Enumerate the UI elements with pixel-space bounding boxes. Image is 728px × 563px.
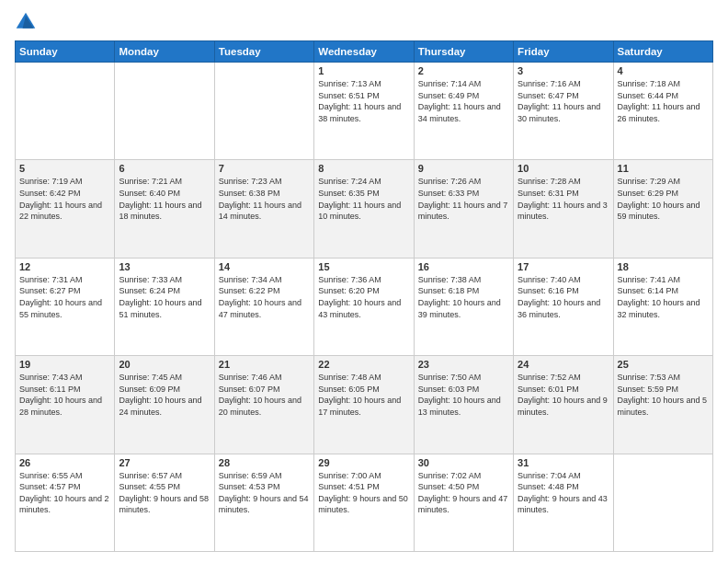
day-number: 18 <box>618 261 709 272</box>
calendar-cell <box>16 63 115 160</box>
day-number: 5 <box>19 163 110 174</box>
calendar-cell: 6Sunrise: 7:21 AM Sunset: 6:40 PM Daylig… <box>115 160 214 258</box>
weekday-header-sunday: Sunday <box>16 41 115 63</box>
day-info: Sunrise: 7:53 AM Sunset: 5:59 PM Dayligh… <box>618 372 709 418</box>
day-info: Sunrise: 6:55 AM Sunset: 4:57 PM Dayligh… <box>19 470 110 516</box>
logo-icon <box>15 11 37 33</box>
weekday-header-saturday: Saturday <box>613 41 712 63</box>
weekday-header-row: SundayMondayTuesdayWednesdayThursdayFrid… <box>16 41 713 63</box>
day-number: 21 <box>219 359 310 370</box>
day-info: Sunrise: 7:38 AM Sunset: 6:18 PM Dayligh… <box>418 274 509 320</box>
day-info: Sunrise: 7:14 AM Sunset: 6:49 PM Dayligh… <box>418 78 509 124</box>
calendar-cell: 1Sunrise: 7:13 AM Sunset: 6:51 PM Daylig… <box>314 63 414 160</box>
day-number: 7 <box>219 163 310 174</box>
calendar-cell: 5Sunrise: 7:19 AM Sunset: 6:42 PM Daylig… <box>16 160 115 258</box>
day-info: Sunrise: 7:21 AM Sunset: 6:40 PM Dayligh… <box>119 176 210 222</box>
day-number: 24 <box>518 359 609 370</box>
calendar-cell: 26Sunrise: 6:55 AM Sunset: 4:57 PM Dayli… <box>16 454 115 551</box>
calendar-cell: 18Sunrise: 7:41 AM Sunset: 6:14 PM Dayli… <box>613 258 712 355</box>
calendar-cell: 23Sunrise: 7:50 AM Sunset: 6:03 PM Dayli… <box>414 356 513 454</box>
day-info: Sunrise: 7:45 AM Sunset: 6:09 PM Dayligh… <box>119 372 210 418</box>
weekday-header-wednesday: Wednesday <box>314 41 414 63</box>
calendar-cell: 7Sunrise: 7:23 AM Sunset: 6:38 PM Daylig… <box>214 160 313 258</box>
calendar-cell: 19Sunrise: 7:43 AM Sunset: 6:11 PM Dayli… <box>16 356 115 454</box>
day-info: Sunrise: 7:31 AM Sunset: 6:27 PM Dayligh… <box>19 274 110 320</box>
calendar-cell: 9Sunrise: 7:26 AM Sunset: 6:33 PM Daylig… <box>414 160 513 258</box>
day-number: 26 <box>19 457 110 468</box>
day-number: 28 <box>219 457 310 468</box>
header <box>15 11 713 33</box>
calendar-cell: 8Sunrise: 7:24 AM Sunset: 6:35 PM Daylig… <box>314 160 414 258</box>
day-info: Sunrise: 6:59 AM Sunset: 4:53 PM Dayligh… <box>219 470 310 516</box>
calendar-cell: 4Sunrise: 7:18 AM Sunset: 6:44 PM Daylig… <box>613 63 712 160</box>
calendar-cell: 11Sunrise: 7:29 AM Sunset: 6:29 PM Dayli… <box>613 160 712 258</box>
day-info: Sunrise: 7:18 AM Sunset: 6:44 PM Dayligh… <box>618 78 709 124</box>
day-number: 12 <box>19 261 110 272</box>
calendar-cell: 14Sunrise: 7:34 AM Sunset: 6:22 PM Dayli… <box>214 258 313 355</box>
day-info: Sunrise: 7:29 AM Sunset: 6:29 PM Dayligh… <box>618 176 709 222</box>
calendar-cell <box>613 454 712 551</box>
weekday-header-friday: Friday <box>514 41 613 63</box>
calendar-cell: 28Sunrise: 6:59 AM Sunset: 4:53 PM Dayli… <box>214 454 313 551</box>
day-number: 29 <box>318 457 409 468</box>
day-number: 8 <box>318 163 409 174</box>
day-info: Sunrise: 7:23 AM Sunset: 6:38 PM Dayligh… <box>219 176 310 222</box>
day-info: Sunrise: 7:50 AM Sunset: 6:03 PM Dayligh… <box>418 372 509 418</box>
day-number: 9 <box>418 163 509 174</box>
day-info: Sunrise: 7:04 AM Sunset: 4:48 PM Dayligh… <box>518 470 609 516</box>
calendar-cell <box>115 63 214 160</box>
day-info: Sunrise: 7:48 AM Sunset: 6:05 PM Dayligh… <box>318 372 409 418</box>
day-info: Sunrise: 7:24 AM Sunset: 6:35 PM Dayligh… <box>318 176 409 222</box>
calendar-cell: 12Sunrise: 7:31 AM Sunset: 6:27 PM Dayli… <box>16 258 115 355</box>
day-number: 23 <box>418 359 509 370</box>
day-info: Sunrise: 7:40 AM Sunset: 6:16 PM Dayligh… <box>518 274 609 320</box>
day-number: 14 <box>219 261 310 272</box>
weekday-header-tuesday: Tuesday <box>214 41 313 63</box>
calendar-cell: 13Sunrise: 7:33 AM Sunset: 6:24 PM Dayli… <box>115 258 214 355</box>
day-number: 4 <box>618 65 709 76</box>
day-info: Sunrise: 6:57 AM Sunset: 4:55 PM Dayligh… <box>119 470 210 516</box>
day-number: 3 <box>518 65 609 76</box>
day-info: Sunrise: 7:43 AM Sunset: 6:11 PM Dayligh… <box>19 372 110 418</box>
calendar-cell: 29Sunrise: 7:00 AM Sunset: 4:51 PM Dayli… <box>314 454 414 551</box>
page: SundayMondayTuesdayWednesdayThursdayFrid… <box>0 0 728 563</box>
day-info: Sunrise: 7:46 AM Sunset: 6:07 PM Dayligh… <box>219 372 310 418</box>
calendar-cell: 10Sunrise: 7:28 AM Sunset: 6:31 PM Dayli… <box>514 160 613 258</box>
calendar-week-row: 19Sunrise: 7:43 AM Sunset: 6:11 PM Dayli… <box>16 356 713 454</box>
calendar-cell: 2Sunrise: 7:14 AM Sunset: 6:49 PM Daylig… <box>414 63 513 160</box>
day-info: Sunrise: 7:16 AM Sunset: 6:47 PM Dayligh… <box>518 78 609 124</box>
day-number: 30 <box>418 457 509 468</box>
day-number: 17 <box>518 261 609 272</box>
calendar-cell: 30Sunrise: 7:02 AM Sunset: 4:50 PM Dayli… <box>414 454 513 551</box>
weekday-header-monday: Monday <box>115 41 214 63</box>
calendar-table: SundayMondayTuesdayWednesdayThursdayFrid… <box>15 40 713 552</box>
day-info: Sunrise: 7:36 AM Sunset: 6:20 PM Dayligh… <box>318 274 409 320</box>
calendar-week-row: 12Sunrise: 7:31 AM Sunset: 6:27 PM Dayli… <box>16 258 713 355</box>
day-number: 19 <box>19 359 110 370</box>
calendar-cell: 27Sunrise: 6:57 AM Sunset: 4:55 PM Dayli… <box>115 454 214 551</box>
calendar-cell: 17Sunrise: 7:40 AM Sunset: 6:16 PM Dayli… <box>514 258 613 355</box>
calendar-cell: 31Sunrise: 7:04 AM Sunset: 4:48 PM Dayli… <box>514 454 613 551</box>
day-number: 16 <box>418 261 509 272</box>
day-number: 20 <box>119 359 210 370</box>
day-info: Sunrise: 7:02 AM Sunset: 4:50 PM Dayligh… <box>418 470 509 516</box>
day-number: 25 <box>618 359 709 370</box>
day-info: Sunrise: 7:34 AM Sunset: 6:22 PM Dayligh… <box>219 274 310 320</box>
calendar-week-row: 26Sunrise: 6:55 AM Sunset: 4:57 PM Dayli… <box>16 454 713 551</box>
day-number: 1 <box>318 65 409 76</box>
calendar-cell: 20Sunrise: 7:45 AM Sunset: 6:09 PM Dayli… <box>115 356 214 454</box>
calendar-cell: 22Sunrise: 7:48 AM Sunset: 6:05 PM Dayli… <box>314 356 414 454</box>
day-number: 15 <box>318 261 409 272</box>
day-info: Sunrise: 7:00 AM Sunset: 4:51 PM Dayligh… <box>318 470 409 516</box>
logo <box>15 11 40 33</box>
day-info: Sunrise: 7:19 AM Sunset: 6:42 PM Dayligh… <box>19 176 110 222</box>
day-info: Sunrise: 7:13 AM Sunset: 6:51 PM Dayligh… <box>318 78 409 124</box>
day-info: Sunrise: 7:33 AM Sunset: 6:24 PM Dayligh… <box>119 274 210 320</box>
day-info: Sunrise: 7:26 AM Sunset: 6:33 PM Dayligh… <box>418 176 509 222</box>
calendar-cell: 21Sunrise: 7:46 AM Sunset: 6:07 PM Dayli… <box>214 356 313 454</box>
day-number: 2 <box>418 65 509 76</box>
day-info: Sunrise: 7:28 AM Sunset: 6:31 PM Dayligh… <box>518 176 609 222</box>
weekday-header-thursday: Thursday <box>414 41 513 63</box>
day-info: Sunrise: 7:41 AM Sunset: 6:14 PM Dayligh… <box>618 274 709 320</box>
day-number: 27 <box>119 457 210 468</box>
